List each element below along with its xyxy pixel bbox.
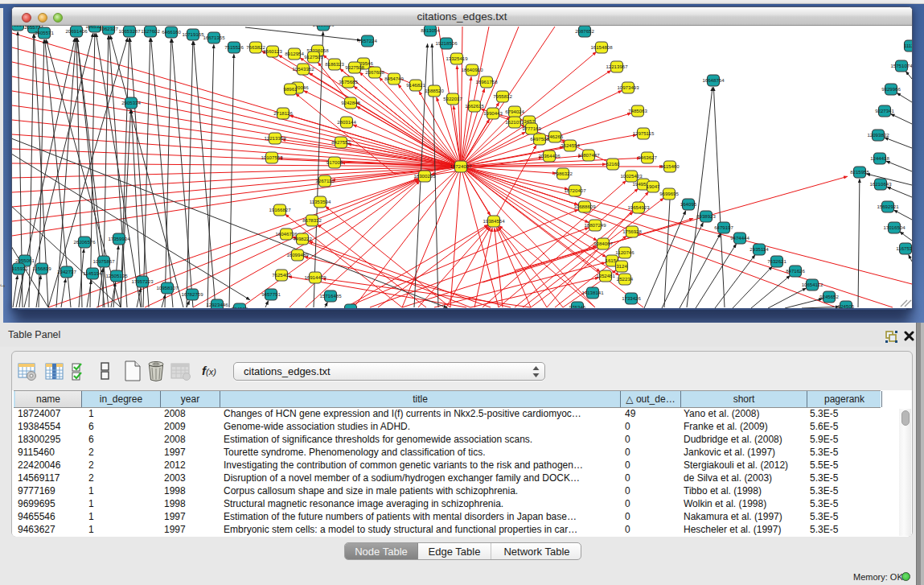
svg-text:1733426: 1733426 xyxy=(622,295,641,301)
svg-text:10025433: 10025433 xyxy=(620,173,643,179)
svg-text:19384554: 19384554 xyxy=(483,218,505,224)
svg-text:3675685: 3675685 xyxy=(339,79,358,84)
svg-text:6466160: 6466160 xyxy=(162,29,181,35)
svg-text:12505135: 12505135 xyxy=(105,273,128,278)
svg-text:7632621: 7632621 xyxy=(767,258,786,264)
svg-text:9699695: 9699695 xyxy=(659,191,679,196)
svg-text:10807487: 10807487 xyxy=(577,152,600,158)
svg-text:2367608: 2367608 xyxy=(365,69,384,75)
svg-text:8215955: 8215955 xyxy=(850,169,869,175)
svg-text:12975115: 12975115 xyxy=(633,130,655,136)
svg-text:18724007: 18724007 xyxy=(450,163,472,169)
svg-text:10688609: 10688609 xyxy=(573,204,596,209)
svg-text:2405571: 2405571 xyxy=(35,30,54,35)
svg-text:15751074: 15751074 xyxy=(890,63,912,68)
svg-text:6479197: 6479197 xyxy=(714,225,733,230)
svg-text:9327508: 9327508 xyxy=(345,64,364,70)
svg-text:8678332: 8678332 xyxy=(302,217,322,223)
svg-text:2342737: 2342737 xyxy=(57,269,76,274)
svg-text:1167534: 1167534 xyxy=(896,245,912,251)
svg-text:1156819: 1156819 xyxy=(32,266,51,271)
svg-text:20691406: 20691406 xyxy=(65,28,88,34)
svg-text:16671355: 16671355 xyxy=(203,35,225,40)
svg-text:1621072: 1621072 xyxy=(505,119,524,125)
svg-text:3624554: 3624554 xyxy=(561,142,580,148)
svg-text:8267110: 8267110 xyxy=(341,307,360,308)
svg-text:16099489: 16099489 xyxy=(286,252,309,257)
svg-text:8938923: 8938923 xyxy=(696,213,716,219)
svg-text:9777169: 9777169 xyxy=(522,126,541,131)
svg-text:11124: 11124 xyxy=(904,43,912,48)
svg-text:746266: 746266 xyxy=(547,134,564,139)
svg-text:9245652: 9245652 xyxy=(819,294,839,299)
svg-text:9127503: 9127503 xyxy=(304,54,323,60)
svg-text:20364436: 20364436 xyxy=(538,153,561,159)
svg-text:2055061: 2055061 xyxy=(15,257,35,263)
svg-text:10975867: 10975867 xyxy=(92,258,115,264)
svg-text:19166827: 19166827 xyxy=(269,207,291,212)
svg-text:13325419: 13325419 xyxy=(446,56,468,61)
svg-text:15692921: 15692921 xyxy=(877,204,899,209)
svg-text:17016504: 17016504 xyxy=(883,225,906,230)
svg-text:18300295: 18300295 xyxy=(413,173,436,179)
svg-text:8454749: 8454749 xyxy=(384,76,404,81)
svg-text:6794024: 6794024 xyxy=(505,109,524,114)
svg-text:7986322: 7986322 xyxy=(553,171,573,176)
svg-text:19047: 19047 xyxy=(647,183,661,189)
svg-text:9329966: 9329966 xyxy=(881,86,901,92)
svg-text:7625402: 7625402 xyxy=(272,272,291,278)
svg-text:16154808: 16154808 xyxy=(590,44,613,50)
svg-text:12923446: 12923446 xyxy=(206,302,228,307)
svg-text:18720407: 18720407 xyxy=(564,187,586,193)
svg-text:1120746: 1120746 xyxy=(615,249,634,255)
svg-text:1527602: 1527602 xyxy=(141,28,160,34)
svg-text:2087652: 2087652 xyxy=(575,28,594,34)
svg-text:7955812: 7955812 xyxy=(493,93,512,99)
svg-text:2803144: 2803144 xyxy=(337,119,356,125)
svg-text:26206576: 26206576 xyxy=(73,239,96,245)
svg-text:16914479: 16914479 xyxy=(304,274,326,280)
svg-text:976346: 976346 xyxy=(569,304,586,308)
svg-text:917006: 917006 xyxy=(326,159,343,165)
svg-text:1062327: 1062327 xyxy=(99,26,118,31)
svg-text:9463627: 9463627 xyxy=(638,154,657,160)
svg-text:1588520: 1588520 xyxy=(425,88,444,93)
svg-text:2935114: 2935114 xyxy=(749,246,769,252)
svg-text:11353594: 11353594 xyxy=(310,199,331,204)
svg-text:19218506: 19218506 xyxy=(435,40,458,46)
svg-text:8186323: 8186323 xyxy=(325,61,344,67)
svg-text:3124: 3124 xyxy=(616,263,627,269)
svg-text:7357224: 7357224 xyxy=(358,38,377,43)
svg-text:16033809: 16033809 xyxy=(312,26,335,27)
svg-text:6497508: 6497508 xyxy=(530,136,549,142)
svg-text:8471626: 8471626 xyxy=(786,268,805,274)
svg-text:8912954: 8912954 xyxy=(285,51,304,56)
svg-text:17957223: 17957223 xyxy=(131,278,154,284)
svg-text:14138141: 14138141 xyxy=(581,290,604,295)
svg-text:252234: 252234 xyxy=(617,276,634,282)
svg-text:3915931: 3915931 xyxy=(12,266,28,271)
svg-text:8813054: 8813054 xyxy=(421,27,440,33)
svg-text:8427552: 8427552 xyxy=(331,139,351,145)
svg-text:9474444: 9474444 xyxy=(730,235,749,241)
svg-text:10107553: 10107553 xyxy=(261,154,283,160)
svg-text:9227341: 9227341 xyxy=(875,108,894,113)
svg-text:5322017: 5322017 xyxy=(443,96,462,101)
svg-text:1145194: 1145194 xyxy=(83,270,102,276)
svg-text:1990443: 1990443 xyxy=(483,110,503,116)
svg-text:1756928: 1756928 xyxy=(622,229,642,234)
svg-text:17359934: 17359934 xyxy=(108,236,130,241)
svg-text:9242848: 9242848 xyxy=(341,100,360,105)
svg-text:1244418: 1244418 xyxy=(870,155,889,161)
svg-text:9457791: 9457791 xyxy=(261,291,281,297)
svg-text:10543362: 10543362 xyxy=(292,66,314,72)
svg-text:924505: 924505 xyxy=(838,303,855,308)
svg-text:10719165: 10719165 xyxy=(182,31,204,37)
svg-text:16782759: 16782759 xyxy=(181,291,203,297)
svg-text:10973493: 10973493 xyxy=(617,84,639,90)
svg-text:15716485: 15716485 xyxy=(319,293,342,299)
svg-text:924502: 924502 xyxy=(232,306,248,308)
svg-text:9115460: 9115460 xyxy=(660,163,680,169)
svg-text:18640910: 18640910 xyxy=(461,67,483,72)
svg-text:9146821: 9146821 xyxy=(406,82,425,88)
